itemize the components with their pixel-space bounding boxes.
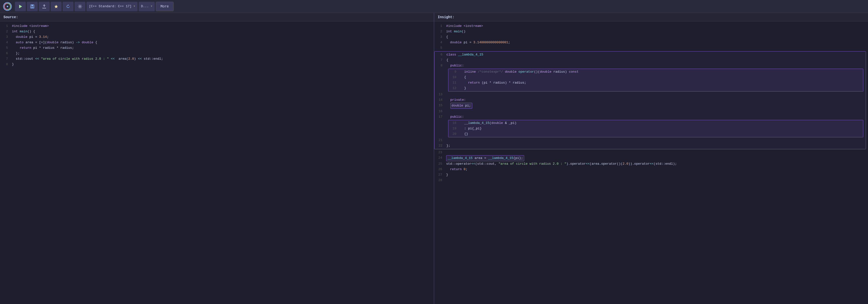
settings-button[interactable]	[74, 2, 86, 11]
table-row: 16	[434, 109, 866, 114]
table-row: 5	[434, 45, 868, 51]
table-row: 4 auto area = [=](double radius) -> doub…	[0, 40, 434, 45]
toolbar: [C++ Standard: C++ 17] ▼ D... ▼ More	[0, 0, 868, 13]
source-header: Source:	[0, 13, 434, 21]
app-logo	[2, 1, 13, 12]
table-row: 3 double pi = 3.14;	[0, 34, 434, 40]
table-row: 2 int main() {	[0, 29, 434, 34]
table-row: 10 {	[448, 75, 863, 80]
insight-code-area[interactable]: 1 #include <iostream> 2 int main() 3 { 4…	[434, 21, 868, 304]
table-row: 1 #include <iostream>	[434, 23, 868, 29]
main-content: Source: 1 #include <iostream> 2 int main…	[0, 13, 868, 304]
svg-point-1	[7, 6, 8, 7]
table-row: 14 private:	[434, 97, 866, 103]
svg-rect-5	[31, 6, 34, 8]
lambda-class-box: 6 class __lambda_4_15 7 { 8 public:	[434, 51, 866, 149]
upload-button[interactable]	[39, 2, 50, 11]
table-row: 22 };	[434, 143, 866, 148]
cpp-standard-dropdown[interactable]: [C++ Standard: C++ 17] ▼	[87, 2, 137, 11]
table-row: 23	[434, 150, 868, 155]
compiler-dropdown[interactable]: D... ▼	[138, 2, 155, 11]
table-row: 12 }	[448, 86, 863, 91]
table-row: 8 }	[0, 62, 434, 67]
table-row: 6 class __lambda_4_15	[434, 52, 866, 57]
table-row: 3 {	[434, 34, 868, 40]
svg-marker-7	[68, 4, 69, 5]
table-row: 18 __lambda_4_15(double & _pi)	[448, 120, 863, 126]
table-row: 21	[434, 138, 866, 143]
insight-header-label: Insight:	[438, 15, 454, 19]
table-row: 11 return (pi * radius) * radius;	[448, 80, 863, 86]
source-code-area[interactable]: 1 #include <iostream> 2 int main() { 3 d…	[0, 21, 434, 304]
table-row: 25 std::operator<<(std::cout, "area of c…	[434, 161, 868, 167]
table-row: 6 };	[0, 51, 434, 56]
more-button[interactable]: More	[156, 2, 174, 11]
svg-rect-4	[31, 5, 33, 6]
table-row: 15 double pi;	[434, 103, 866, 109]
svg-marker-6	[54, 5, 58, 8]
insight-panel: Insight: 1 #include <iostream> 2 int mai…	[434, 13, 868, 304]
table-row: 28	[434, 177, 868, 183]
svg-marker-2	[19, 5, 22, 8]
table-row: 4 double pi = 3.1400000000000001;	[434, 40, 868, 45]
operator-box: 9 inline /*constexpr*/ double operator()…	[448, 68, 863, 91]
table-row: 8 public:	[434, 63, 866, 68]
table-row: 27 }	[434, 172, 868, 177]
source-header-label: Source:	[3, 15, 18, 19]
table-row: 1 #include <iostream>	[0, 23, 434, 29]
run-button[interactable]	[15, 2, 26, 11]
table-row: 7 std::cout << "area of circle with radi…	[0, 56, 434, 62]
table-row: 17 public:	[434, 114, 866, 120]
table-row: 7 {	[434, 57, 866, 63]
more-label: More	[160, 4, 169, 8]
cpp-standard-arrow-icon: ▼	[134, 5, 135, 8]
table-row: 2 int main()	[434, 29, 868, 34]
table-row: 24 __lambda_4_15 area = __lambda_4_15{pi…	[434, 155, 868, 161]
table-row: 20 {}	[448, 131, 863, 137]
table-row: 26 return 0;	[434, 167, 868, 172]
table-row: 13	[434, 92, 866, 97]
source-panel: Source: 1 #include <iostream> 2 int main…	[0, 13, 434, 304]
table-row: 19 : pi{_pi}	[448, 126, 863, 131]
save-button[interactable]	[27, 2, 38, 11]
table-row: 5 return pi * radius * radius;	[0, 45, 434, 51]
table-row: 9 inline /*constexpr*/ double operator()…	[448, 69, 863, 75]
svg-point-8	[79, 6, 81, 7]
refresh-button[interactable]	[63, 2, 73, 11]
constructor-box: 18 __lambda_4_15(double & _pi) 19 : pi{_…	[448, 120, 863, 137]
insight-header: Insight:	[434, 13, 868, 21]
compiler-label: D...	[141, 4, 149, 8]
cpp-standard-label: [C++ Standard: C++ 17]	[89, 4, 132, 8]
compiler-arrow-icon: ▼	[151, 5, 152, 8]
star-button[interactable]	[51, 2, 62, 11]
